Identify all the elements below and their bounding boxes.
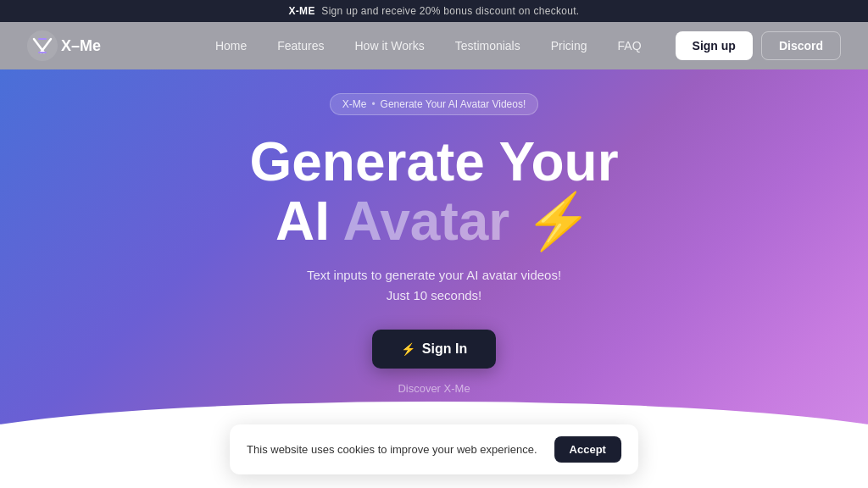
navbar: X–Me Home Features How it Works Testimon… bbox=[0, 22, 868, 69]
breadcrumb: X-Me • Generate Your AI Avatar Videos! bbox=[330, 93, 539, 115]
discord-button[interactable]: Discord bbox=[761, 31, 841, 60]
breadcrumb-page: Generate Your AI Avatar Videos! bbox=[381, 98, 526, 110]
signup-button[interactable]: Sign up bbox=[676, 31, 753, 60]
hero-subtitle-line2: Just 10 seconds! bbox=[387, 288, 482, 302]
nav-features[interactable]: Features bbox=[277, 39, 324, 53]
nav-faq[interactable]: FAQ bbox=[618, 39, 642, 53]
hero-title: Generate Your AI Avatar ⚡ bbox=[249, 132, 618, 252]
announcement-brand: X-ME bbox=[288, 5, 314, 17]
breadcrumb-separator: • bbox=[371, 98, 375, 110]
signin-label: Sign In bbox=[422, 341, 467, 357]
logo-text: X–Me bbox=[61, 37, 101, 55]
nav-pricing[interactable]: Pricing bbox=[551, 39, 587, 53]
nav-links: Home Features How it Works Testimonials … bbox=[215, 38, 642, 53]
cookie-message: This website uses cookies to improve you… bbox=[247, 443, 537, 456]
logo-icon bbox=[27, 30, 58, 61]
breadcrumb-brand: X-Me bbox=[342, 98, 367, 110]
nav-home[interactable]: Home bbox=[215, 39, 247, 53]
announcement-bar: X-ME Sign up and receive 20% bonus disco… bbox=[0, 0, 868, 22]
hero-title-ai: AI bbox=[275, 191, 342, 252]
hero-title-line1: Generate Your bbox=[249, 131, 618, 192]
nav-how-it-works[interactable]: How it Works bbox=[355, 39, 425, 53]
nav-testimonials[interactable]: Testimonials bbox=[455, 39, 520, 53]
discover-link[interactable]: Discover X-Me bbox=[398, 382, 470, 395]
nav-actions: Sign up Discord bbox=[676, 31, 841, 60]
cookie-banner: This website uses cookies to improve you… bbox=[230, 424, 638, 474]
svg-point-0 bbox=[27, 30, 58, 61]
announcement-text: Sign up and receive 20% bonus discount o… bbox=[321, 5, 579, 17]
cookie-accept-button[interactable]: Accept bbox=[554, 436, 621, 463]
signin-button[interactable]: Sign In bbox=[372, 330, 496, 369]
hero-subtitle-line1: Text inputs to generate your AI avatar v… bbox=[307, 268, 561, 282]
hero-subtitle: Text inputs to generate your AI avatar v… bbox=[307, 265, 561, 306]
logo[interactable]: X–Me bbox=[27, 30, 101, 61]
hero-title-avatar: Avatar bbox=[342, 191, 509, 252]
hero-title-lightning: ⚡ bbox=[525, 191, 593, 252]
